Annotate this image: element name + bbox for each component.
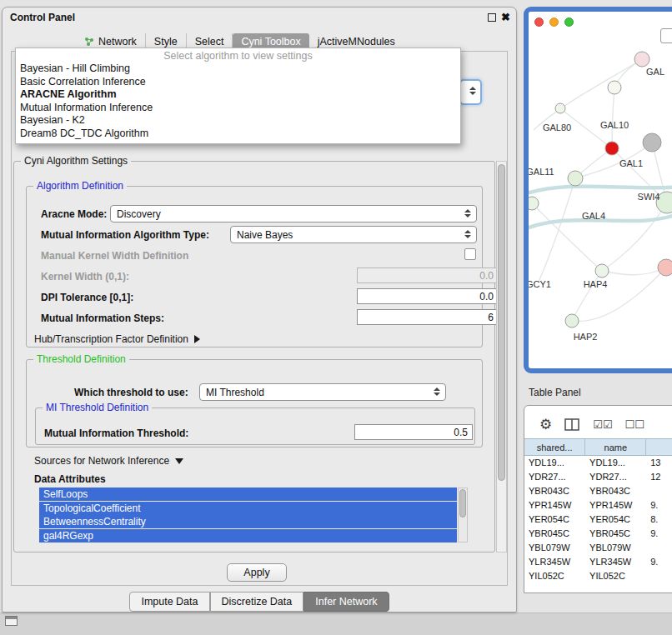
mac-zoom-icon[interactable]	[564, 18, 574, 27]
mi-steps-label: Mutual Information Steps:	[41, 312, 164, 324]
aracne-mode-combobox[interactable]: Discovery	[110, 205, 477, 222]
table-cell: YBL079W	[585, 541, 646, 555]
mi-threshold-field[interactable]: 0.5	[354, 424, 473, 440]
sources-section-toggle[interactable]: Sources for Network Inference	[34, 455, 183, 467]
table-row[interactable]: YPR145WYPR145W9.	[524, 498, 672, 512]
table-cell: YLR345W	[524, 555, 585, 569]
table-panel-title: Table Panel	[529, 387, 581, 398]
table-row[interactable]: YBR043CYBR043C	[524, 484, 672, 498]
attribute-list-item[interactable]: BetweennessCentrality	[39, 515, 457, 528]
network-node[interactable]	[568, 171, 583, 186]
table-cell: 8.	[646, 512, 672, 527]
column-chooser-icon[interactable]	[564, 418, 580, 432]
gear-icon[interactable]: ⚙	[539, 418, 552, 432]
hub-section-label: Hub/Transcription Factor Definition	[34, 333, 188, 345]
attributes-scrollbar-thumb[interactable]	[459, 489, 466, 518]
attribute-list-item[interactable]: SelfLoops	[39, 488, 457, 501]
network-edge[interactable]	[572, 268, 666, 322]
table-cell: YDL19...	[585, 456, 646, 470]
algorithm-option[interactable]: Bayesian - Hill Climbing	[16, 62, 460, 76]
taskbar-strip	[0, 612, 672, 635]
sources-section-label: Sources for Network Inference	[34, 455, 169, 467]
aracne-mode-value: Discovery	[117, 208, 161, 220]
mi-threshold-definition-group: MI Threshold Definition Mutual Informati…	[35, 408, 475, 445]
table-row[interactable]: YLR345WYLR345W9.	[524, 555, 672, 569]
network-node[interactable]	[565, 314, 579, 328]
table-cell: 13	[646, 456, 672, 470]
apply-button[interactable]: Apply	[227, 563, 287, 582]
attributes-scrollbar	[458, 488, 468, 542]
network-edge[interactable]	[602, 268, 666, 275]
table-row[interactable]: YBL079WYBL079W	[524, 541, 672, 555]
kernel-width-field[interactable]: 0.0	[357, 268, 499, 283]
tab-impute-data[interactable]: Impute Data	[129, 592, 209, 612]
network-node[interactable]	[555, 103, 565, 113]
column-header[interactable]: name	[585, 439, 646, 455]
float-window-icon[interactable]	[488, 13, 496, 22]
mi-threshold-definition-title: MI Threshold Definition	[43, 402, 152, 413]
which-threshold-label: Which threshold to use:	[74, 387, 188, 398]
mac-close-icon[interactable]	[534, 18, 544, 27]
network-node[interactable]	[634, 52, 649, 67]
mac-minimize-icon[interactable]	[549, 18, 559, 27]
network-node[interactable]	[529, 197, 539, 210]
network-node-label: HAP2	[574, 332, 598, 342]
table-cell: YBR043C	[524, 484, 585, 498]
network-edge[interactable]	[572, 271, 602, 321]
network-node[interactable]	[605, 142, 619, 155]
minimized-panel-icon[interactable]	[5, 616, 18, 626]
manual-kernel-checkbox[interactable]	[464, 248, 476, 260]
table-toolbar: ⚙ ☑☑ ☐☐	[524, 406, 672, 438]
network-edge[interactable]	[612, 88, 614, 148]
select-all-checks-icon[interactable]: ☑☑	[593, 418, 612, 431]
dpi-tolerance-field[interactable]: 0.0	[357, 288, 499, 304]
column-header[interactable]: shared...	[524, 439, 585, 455]
close-icon[interactable]: ✖	[501, 11, 510, 23]
mi-algorithm-type-value: Naive Bayes	[237, 229, 293, 241]
network-node[interactable]	[608, 81, 621, 94]
network-node[interactable]	[643, 133, 661, 152]
algorithm-option[interactable]: Dream8 DC_TDC Algorithm	[16, 128, 460, 141]
table-row[interactable]: YIL052CYIL052C	[524, 569, 672, 583]
network-edge[interactable]	[539, 178, 575, 282]
algorithm-option[interactable]: Mutual Information Inference	[16, 102, 460, 115]
attribute-list-item[interactable]: gal4RGexp	[39, 529, 457, 542]
algorithm-combobox[interactable]	[459, 79, 482, 105]
mi-steps-field[interactable]: 6	[357, 309, 499, 325]
settings-scrollbar	[496, 161, 507, 552]
algorithm-option[interactable]: Basic Correlation Inference	[16, 76, 460, 89]
column-header[interactable]	[646, 439, 672, 455]
table-cell: YPR145W	[585, 498, 646, 512]
table-cell: YLR345W	[585, 555, 646, 569]
which-threshold-combobox[interactable]: MI Threshold	[199, 383, 446, 401]
network-node[interactable]	[658, 259, 672, 276]
data-attributes-list: SelfLoopsTopologicalCoefficientBetweenne…	[39, 488, 468, 542]
table-cell: YIL052C	[524, 569, 585, 583]
table-row[interactable]: YBR045CYBR045C9.	[524, 527, 672, 541]
threshold-definition-title: Threshold Definition	[33, 353, 129, 365]
algorithm-option[interactable]: Bayesian - K2	[16, 114, 460, 128]
network-edge[interactable]	[602, 202, 667, 271]
network-node[interactable]	[595, 264, 609, 278]
table-row[interactable]: YDL19...YDL19...13	[524, 456, 672, 470]
attribute-list-item[interactable]: TopologicalCoefficient	[39, 502, 457, 515]
mi-algorithm-type-combobox[interactable]: Naive Bayes	[230, 226, 477, 243]
algorithm-option[interactable]: ARACNE Algorithm	[16, 88, 460, 102]
table-cell: YBR043C	[585, 484, 646, 498]
combo-arrows-icon	[464, 230, 471, 238]
deselect-all-boxes-icon[interactable]: ☐☐	[625, 418, 644, 431]
mi-threshold-label: Mutual Information Threshold:	[44, 428, 188, 439]
algorithm-definition-group: Algorithm Definition Aracne Mode: Discov…	[26, 186, 483, 348]
table-cell: YIL052C	[585, 569, 646, 583]
network-canvas[interactable]: GALGAL80GAL10GAL11GAL1SWI4GAL4GCY1HAP4HA…	[529, 32, 672, 368]
hub-section-toggle[interactable]: Hub/Transcription Factor Definition	[34, 333, 200, 345]
table-row[interactable]: YDR27...YDR27...12	[524, 470, 672, 484]
tab-infer-network[interactable]: Infer Network	[303, 592, 389, 612]
settings-scrollbar-thumb[interactable]	[498, 164, 505, 481]
table-row[interactable]: YER054CYER054C8.	[524, 512, 672, 527]
algorithm-definition-title: Algorithm Definition	[33, 180, 127, 192]
dpi-tolerance-label: DPI Tolerance [0,1]:	[41, 292, 133, 303]
algorithm-placeholder: Select algorithm to view settings	[16, 50, 460, 62]
table-cell: YPR145W	[524, 498, 585, 512]
tab-discretize-data[interactable]: Discretize Data	[210, 592, 304, 612]
